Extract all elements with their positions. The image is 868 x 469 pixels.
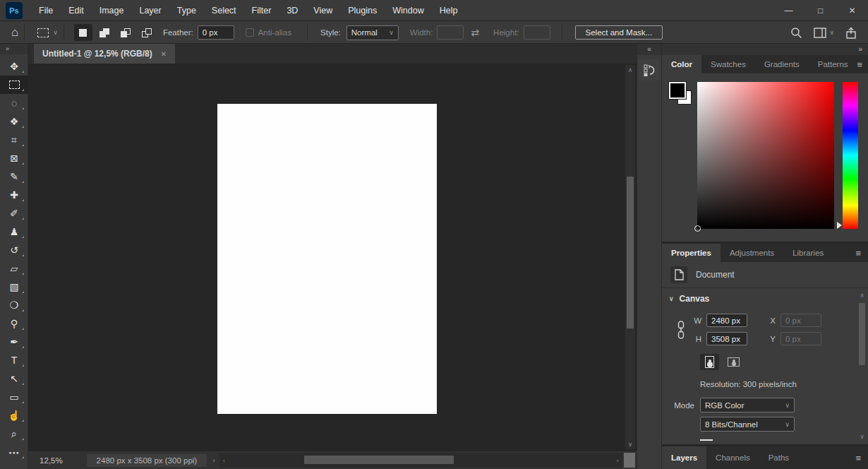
- antialias-checkbox[interactable]: [246, 28, 254, 37]
- type-tool[interactable]: T: [0, 351, 28, 369]
- document-tab[interactable]: Untitled-1 @ 12,5% (RGB/8) ✕: [34, 44, 175, 64]
- status-chevron-icon[interactable]: ›: [212, 456, 215, 464]
- close-button[interactable]: ✕: [836, 0, 868, 20]
- canvas-width-field[interactable]: 2480 px: [706, 314, 747, 327]
- tab-properties[interactable]: Properties: [662, 244, 721, 262]
- scroll-down-icon[interactable]: ∨: [860, 432, 864, 441]
- dodge-tool[interactable]: ⚲: [0, 314, 28, 333]
- tab-libraries[interactable]: Libraries: [783, 244, 833, 262]
- hand-tool[interactable]: ☝: [0, 406, 28, 425]
- tab-gradients[interactable]: Gradients: [755, 55, 809, 73]
- landscape-orientation-button[interactable]: [724, 354, 743, 370]
- canvas-x-field[interactable]: 0 px: [780, 314, 821, 327]
- menu-layer[interactable]: Layer: [131, 0, 169, 21]
- dock-collapse-icon[interactable]: «: [637, 44, 661, 55]
- canvas-height-field[interactable]: 3508 px: [706, 332, 747, 345]
- brush-tool[interactable]: ✐: [0, 204, 28, 222]
- dock-expand-icon[interactable]: »: [662, 44, 868, 55]
- scroll-up-icon[interactable]: ∧: [860, 291, 864, 300]
- properties-scrollbar[interactable]: ∧ ∨: [857, 291, 867, 441]
- scroll-down-icon[interactable]: ∨: [628, 439, 633, 449]
- menu-select[interactable]: Select: [204, 0, 244, 21]
- vertical-scrollbar[interactable]: ∧ ∨: [625, 65, 635, 449]
- lasso-tool[interactable]: ◌: [0, 94, 28, 112]
- scroll-left-icon[interactable]: ‹: [219, 457, 229, 464]
- properties-scroll-thumb[interactable]: [859, 303, 865, 365]
- resize-corner[interactable]: [624, 453, 635, 468]
- panel-menu-icon[interactable]: ≡: [857, 55, 868, 73]
- frame-tool[interactable]: ⊠: [0, 149, 28, 167]
- toolbar-collapse-icon[interactable]: »: [0, 44, 28, 54]
- home-icon[interactable]: ⌂: [11, 25, 18, 40]
- add-to-selection-button[interactable]: [95, 24, 114, 41]
- pen-tool[interactable]: ✒: [0, 333, 28, 351]
- width-input[interactable]: [437, 25, 464, 40]
- crop-tool[interactable]: ⌗: [0, 131, 28, 149]
- search-icon[interactable]: [790, 27, 802, 39]
- zoom-level[interactable]: 12,5%: [40, 456, 63, 465]
- path-selection-tool[interactable]: ↖: [0, 369, 28, 388]
- select-and-mask-button[interactable]: Select and Mask...: [575, 25, 663, 40]
- workspace-switcher[interactable]: ∨: [814, 28, 834, 38]
- gradient-tool[interactable]: ▧: [0, 278, 28, 296]
- menu-3d[interactable]: 3D: [279, 0, 306, 21]
- tab-channels[interactable]: Channels: [706, 446, 759, 469]
- vertical-scroll-thumb[interactable]: [627, 177, 634, 328]
- history-brush-tool[interactable]: ↺: [0, 241, 28, 259]
- eraser-tool[interactable]: ▱: [0, 259, 28, 278]
- color-mode-dropdown[interactable]: RGB Color ∨: [700, 398, 795, 412]
- intersect-selection-button[interactable]: [138, 24, 156, 41]
- history-panel-button[interactable]: [639, 59, 660, 81]
- menu-window[interactable]: Window: [385, 0, 431, 21]
- tab-swatches[interactable]: Swatches: [701, 55, 755, 73]
- clone-stamp-tool[interactable]: ♟: [0, 222, 28, 241]
- tab-color[interactable]: Color: [662, 55, 701, 73]
- style-dropdown[interactable]: Normal ∨: [346, 25, 399, 40]
- zoom-tool[interactable]: ⌕: [0, 425, 28, 443]
- hue-slider[interactable]: [843, 82, 858, 229]
- tab-close-icon[interactable]: ✕: [161, 50, 167, 58]
- toolbar-ellipsis[interactable]: ●●●: [0, 443, 28, 461]
- blur-tool[interactable]: ❍: [0, 296, 28, 314]
- tab-paths[interactable]: Paths: [759, 446, 798, 469]
- tab-adjustments[interactable]: Adjustments: [721, 244, 783, 262]
- horizontal-scrollbar[interactable]: ‹ ›: [219, 453, 622, 468]
- menu-type[interactable]: Type: [169, 0, 204, 21]
- constrain-link-icon[interactable]: [669, 314, 693, 345]
- object-selection-tool[interactable]: ❖: [0, 112, 28, 131]
- canvas-section-header[interactable]: ∨ Canvas: [669, 294, 860, 304]
- new-selection-button[interactable]: [74, 24, 92, 41]
- maximize-button[interactable]: □: [804, 0, 836, 20]
- height-input[interactable]: [524, 25, 550, 40]
- canvas-y-field[interactable]: 0 px: [780, 332, 821, 345]
- scroll-right-icon[interactable]: ›: [613, 457, 622, 464]
- feather-input[interactable]: [198, 25, 234, 40]
- tab-patterns[interactable]: Patterns: [809, 55, 857, 73]
- canvas-viewport[interactable]: ∧ ∨: [28, 64, 637, 451]
- bit-depth-dropdown[interactable]: 8 Bits/Channel ∨: [700, 417, 795, 432]
- menu-help[interactable]: Help: [432, 0, 466, 21]
- hue-slider-pointer[interactable]: [837, 222, 842, 229]
- portrait-orientation-button[interactable]: [700, 354, 719, 370]
- eyedropper-tool[interactable]: ✎: [0, 167, 28, 186]
- horizontal-scroll-thumb[interactable]: [304, 456, 454, 464]
- menu-edit[interactable]: Edit: [61, 0, 92, 21]
- menu-view[interactable]: View: [306, 0, 340, 21]
- panel-menu-icon[interactable]: ≡: [855, 244, 868, 262]
- tool-preset-picker[interactable]: ∨: [37, 28, 58, 37]
- foreground-color-swatch[interactable]: [669, 82, 686, 99]
- subtract-from-selection-button[interactable]: [116, 24, 135, 41]
- scroll-up-icon[interactable]: ∧: [628, 65, 633, 75]
- rectangle-tool[interactable]: ▭: [0, 388, 28, 406]
- swap-dimensions-icon[interactable]: ⇄: [471, 27, 479, 38]
- color-field-cursor[interactable]: [694, 225, 701, 232]
- rectangular-marquee-tool[interactable]: [0, 76, 28, 94]
- move-tool[interactable]: ✥: [0, 57, 28, 76]
- panel-menu-icon[interactable]: ≡: [855, 446, 868, 469]
- tab-layers[interactable]: Layers: [662, 446, 706, 469]
- minimize-button[interactable]: —: [773, 0, 804, 20]
- spot-healing-brush-tool[interactable]: ✚: [0, 186, 28, 204]
- share-icon[interactable]: [845, 27, 857, 39]
- menu-file[interactable]: File: [31, 0, 61, 21]
- saturation-brightness-field[interactable]: [697, 82, 834, 229]
